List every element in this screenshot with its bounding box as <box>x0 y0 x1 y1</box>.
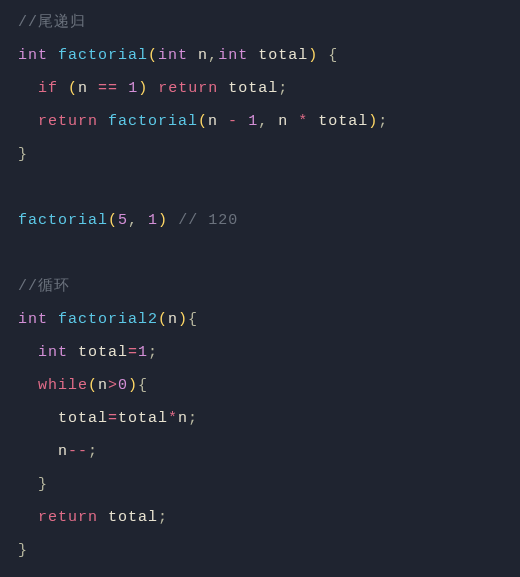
identifier: n <box>198 47 208 64</box>
identifier: total <box>318 113 368 130</box>
brace: } <box>18 542 28 559</box>
operator: * <box>298 113 308 130</box>
identifier: total <box>228 80 278 97</box>
comma: , <box>208 47 218 64</box>
operator: == <box>98 80 118 97</box>
identifier: n <box>98 377 108 394</box>
semicolon: ; <box>88 443 98 460</box>
identifier: n <box>178 410 188 427</box>
paren: ) <box>368 113 378 130</box>
function-name: factorial <box>58 47 148 64</box>
keyword-int: int <box>158 47 188 64</box>
keyword-int: int <box>18 47 48 64</box>
identifier: total <box>258 47 308 64</box>
operator: -- <box>68 443 88 460</box>
function-name: factorial <box>108 113 198 130</box>
number: 0 <box>118 377 128 394</box>
identifier: n <box>168 311 178 328</box>
comma: , <box>128 212 138 229</box>
paren: ) <box>138 80 148 97</box>
keyword-return: return <box>38 509 98 526</box>
number: 1 <box>148 212 158 229</box>
paren: ( <box>88 377 98 394</box>
identifier: n <box>58 443 68 460</box>
identifier: total <box>108 509 158 526</box>
paren: ) <box>308 47 318 64</box>
paren: ) <box>178 311 188 328</box>
identifier: n <box>278 113 288 130</box>
paren: ( <box>108 212 118 229</box>
code-block: //尾递归 int factorial(int n,int total) { i… <box>18 6 520 567</box>
paren: ( <box>198 113 208 130</box>
comma: , <box>258 113 268 130</box>
operator: - <box>228 113 238 130</box>
comment: //循环 <box>18 278 70 295</box>
keyword-int: int <box>38 344 68 361</box>
operator: = <box>108 410 118 427</box>
paren: ) <box>158 212 168 229</box>
identifier: total <box>78 344 128 361</box>
brace: } <box>38 476 48 493</box>
brace: { <box>188 311 198 328</box>
semicolon: ; <box>278 80 288 97</box>
comment: //尾递归 <box>18 14 86 31</box>
number: 1 <box>248 113 258 130</box>
paren: ( <box>148 47 158 64</box>
brace: { <box>328 47 338 64</box>
operator: = <box>128 344 138 361</box>
number: 1 <box>128 80 138 97</box>
number: 5 <box>118 212 128 229</box>
keyword-int: int <box>218 47 248 64</box>
identifier: total <box>58 410 108 427</box>
function-name: factorial <box>18 212 108 229</box>
semicolon: ; <box>188 410 198 427</box>
paren: ( <box>158 311 168 328</box>
paren: ) <box>128 377 138 394</box>
identifier: total <box>118 410 168 427</box>
semicolon: ; <box>378 113 388 130</box>
keyword-return: return <box>38 113 98 130</box>
paren: ( <box>68 80 78 97</box>
keyword-if: if <box>38 80 58 97</box>
brace: } <box>18 146 28 163</box>
brace: { <box>138 377 148 394</box>
keyword-int: int <box>18 311 48 328</box>
identifier: n <box>78 80 88 97</box>
operator: * <box>168 410 178 427</box>
identifier: n <box>208 113 218 130</box>
function-name: factorial2 <box>58 311 158 328</box>
semicolon: ; <box>158 509 168 526</box>
operator: > <box>108 377 118 394</box>
keyword-return: return <box>158 80 218 97</box>
comment: // 120 <box>178 212 238 229</box>
keyword-while: while <box>38 377 88 394</box>
semicolon: ; <box>148 344 158 361</box>
number: 1 <box>138 344 148 361</box>
